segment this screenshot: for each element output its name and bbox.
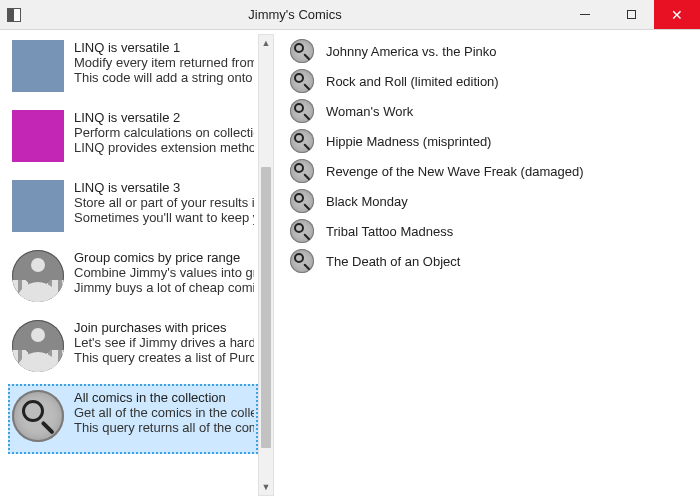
magnifier-icon [290,159,314,183]
result-label: Rock and Roll (limited edition) [326,74,499,89]
client-area: LINQ is versatile 1Modify every item ret… [0,30,700,500]
result-item[interactable]: The Death of an Object [290,246,692,276]
result-item[interactable]: Woman's Work [290,96,692,126]
result-label: Black Monday [326,194,408,209]
magnifier-icon [290,39,314,63]
list-item-title: Group comics by price range [74,250,254,265]
color-swatch-icon [12,110,64,162]
scroll-up-arrow-icon[interactable]: ▲ [259,35,273,51]
list-item-subtitle: Perform calculations on collection [74,125,254,140]
magnifier-icon [290,249,314,273]
close-button[interactable]: ✕ [654,0,700,29]
avatar-icon [12,250,64,302]
scroll-thumb[interactable] [261,167,271,448]
magnifier-icon [290,189,314,213]
result-item[interactable]: Black Monday [290,186,692,216]
list-item-text: LINQ is versatile 3Store all or part of … [74,180,254,232]
list-item-desc: This code will add a string onto th [74,70,254,85]
app-icon [0,0,28,29]
list-item-desc: Jimmy buys a lot of cheap comic [74,280,254,295]
left-pane: LINQ is versatile 1Modify every item ret… [0,30,276,500]
left-scrollbar[interactable]: ▲ ▼ [258,34,274,496]
list-item[interactable]: LINQ is versatile 2Perform calculations … [8,104,258,174]
list-item-subtitle: Get all of the comics in the collect [74,405,254,420]
result-label: The Death of an Object [326,254,460,269]
list-item[interactable]: LINQ is versatile 1Modify every item ret… [8,34,258,104]
result-item[interactable]: Rock and Roll (limited edition) [290,66,692,96]
result-label: Revenge of the New Wave Freak (damaged) [326,164,583,179]
window-title: Jimmy's Comics [28,0,562,29]
result-item[interactable]: Hippie Madness (misprinted) [290,126,692,156]
window-controls: ✕ [562,0,700,29]
list-item-title: Join purchases with prices [74,320,254,335]
magnifier-icon [290,99,314,123]
list-item[interactable]: LINQ is versatile 3Store all or part of … [8,174,258,244]
list-item[interactable]: All comics in the collectionGet all of t… [8,384,258,454]
magnifier-icon [290,69,314,93]
maximize-button[interactable] [608,0,654,29]
list-item-desc: This query returns all of the comic [74,420,254,435]
magnifier-icon [290,129,314,153]
result-item[interactable]: Tribal Tattoo Madness [290,216,692,246]
list-item-title: LINQ is versatile 3 [74,180,254,195]
list-item-subtitle: Store all or part of your results in [74,195,254,210]
list-item-title: All comics in the collection [74,390,254,405]
list-item-title: LINQ is versatile 2 [74,110,254,125]
result-label: Woman's Work [326,104,413,119]
result-label: Hippie Madness (misprinted) [326,134,491,149]
avatar-icon [12,320,64,372]
list-item-desc: Sometimes you'll want to keep yo [74,210,254,225]
list-item-text: All comics in the collectionGet all of t… [74,390,254,442]
list-item-desc: LINQ provides extension methods [74,140,254,155]
result-label: Johnny America vs. the Pinko [326,44,497,59]
result-item[interactable]: Johnny America vs. the Pinko [290,36,692,66]
list-item-desc: This query creates a list of Purcha [74,350,254,365]
list-item[interactable]: Group comics by price rangeCombine Jimmy… [8,244,258,314]
list-item[interactable]: Join purchases with pricesLet's see if J… [8,314,258,384]
color-swatch-icon [12,180,64,232]
list-item-text: Group comics by price rangeCombine Jimmy… [74,250,254,302]
result-item[interactable]: Revenge of the New Wave Freak (damaged) [290,156,692,186]
list-item-subtitle: Let's see if Jimmy drives a hard ba [74,335,254,350]
list-item-text: LINQ is versatile 2Perform calculations … [74,110,254,162]
minimize-button[interactable] [562,0,608,29]
list-item-subtitle: Modify every item returned from [74,55,254,70]
list-item-subtitle: Combine Jimmy's values into grou [74,265,254,280]
scroll-down-arrow-icon[interactable]: ▼ [259,479,273,495]
title-bar: Jimmy's Comics ✕ [0,0,700,30]
list-item-title: LINQ is versatile 1 [74,40,254,55]
magnifier-icon [290,219,314,243]
list-item-text: Join purchases with pricesLet's see if J… [74,320,254,372]
right-pane: Johnny America vs. the PinkoRock and Rol… [276,30,700,500]
list-item-text: LINQ is versatile 1Modify every item ret… [74,40,254,92]
magnifier-icon [12,390,64,442]
scroll-track[interactable] [259,52,273,478]
result-label: Tribal Tattoo Madness [326,224,453,239]
color-swatch-icon [12,40,64,92]
